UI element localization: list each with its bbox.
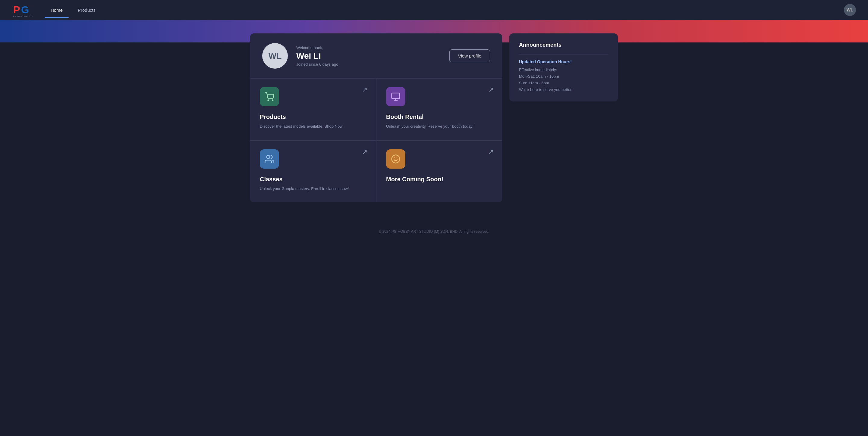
svg-text:P: P xyxy=(13,4,20,15)
user-joined: Joined since 6 days ago xyxy=(296,62,441,67)
svg-point-10 xyxy=(392,155,400,163)
logo[interactable]: P G PG HOBBY ART STUDIO xyxy=(12,2,33,18)
svg-point-9 xyxy=(267,155,270,159)
svg-text:PG HOBBY  ART STUDIO: PG HOBBY ART STUDIO xyxy=(13,15,33,17)
user-avatar: WL xyxy=(262,43,288,69)
card-products-arrow: ↗ xyxy=(362,86,367,94)
svg-text:G: G xyxy=(21,4,29,15)
nav-home[interactable]: Home xyxy=(44,5,69,15)
card-classes-icon xyxy=(260,149,279,169)
announcement-heading: Updated Operation Hours! xyxy=(519,59,608,64)
card-coming-icon xyxy=(386,149,405,169)
card-classes-title: Classes xyxy=(260,176,366,183)
user-name: Wei Li xyxy=(296,51,441,61)
announcement-item: Updated Operation Hours! Effective immed… xyxy=(519,54,608,93)
nav-products[interactable]: Products xyxy=(72,5,101,15)
nav-avatar[interactable]: WL xyxy=(844,4,856,16)
card-booth-icon xyxy=(386,87,405,106)
footer-text: © 2024 PG HOBBY ART STUDIO (M) SDN. BHD.… xyxy=(379,229,490,234)
card-coming-arrow: ↗ xyxy=(488,148,494,156)
card-classes[interactable]: ↗ Classes Unlock your Gunpla mastery. En… xyxy=(250,141,376,203)
left-column: WL Welcome back, Wei Li Joined since 6 d… xyxy=(250,33,502,202)
card-booth-rental[interactable]: ↗ Booth Rental Unleash your creativity. … xyxy=(376,78,502,141)
main-content: WL Welcome back, Wei Li Joined since 6 d… xyxy=(238,33,630,214)
card-products-title: Products xyxy=(260,113,366,121)
card-coming-soon[interactable]: ↗ More Coming Soon! xyxy=(376,141,502,203)
card-products-icon xyxy=(260,87,279,106)
card-booth-arrow: ↗ xyxy=(488,86,494,94)
card-classes-desc: Unlock your Gunpla mastery. Enroll in cl… xyxy=(260,186,366,192)
svg-point-4 xyxy=(268,100,269,101)
view-profile-button[interactable]: View profile xyxy=(450,49,490,62)
card-products[interactable]: ↗ Products Discover the latest models av… xyxy=(250,78,376,141)
user-info: Welcome back, Wei Li Joined since 6 days… xyxy=(296,45,441,67)
nav-links: Home Products xyxy=(44,5,844,15)
cards-grid: ↗ Products Discover the latest models av… xyxy=(250,78,502,202)
card-coming-title: More Coming Soon! xyxy=(386,176,493,183)
welcome-text: Welcome back, xyxy=(296,45,441,50)
footer: © 2024 PG HOBBY ART STUDIO (M) SDN. BHD.… xyxy=(0,224,868,240)
announcements-title: Announcements xyxy=(519,42,608,48)
card-booth-desc: Unleash your creativity. Reserve your bo… xyxy=(386,124,493,130)
svg-point-5 xyxy=(272,100,273,101)
navbar: P G PG HOBBY ART STUDIO Home Products WL xyxy=(0,0,868,20)
user-card: WL Welcome back, Wei Li Joined since 6 d… xyxy=(250,33,502,78)
announcement-body: Effective immediately: Mon-Sat: 10am - 1… xyxy=(519,67,608,93)
card-classes-arrow: ↗ xyxy=(362,148,367,156)
announcements-card: Announcements Updated Operation Hours! E… xyxy=(509,33,618,101)
card-booth-title: Booth Rental xyxy=(386,113,493,121)
card-products-desc: Discover the latest models available. Sh… xyxy=(260,124,366,130)
svg-rect-6 xyxy=(392,93,400,99)
